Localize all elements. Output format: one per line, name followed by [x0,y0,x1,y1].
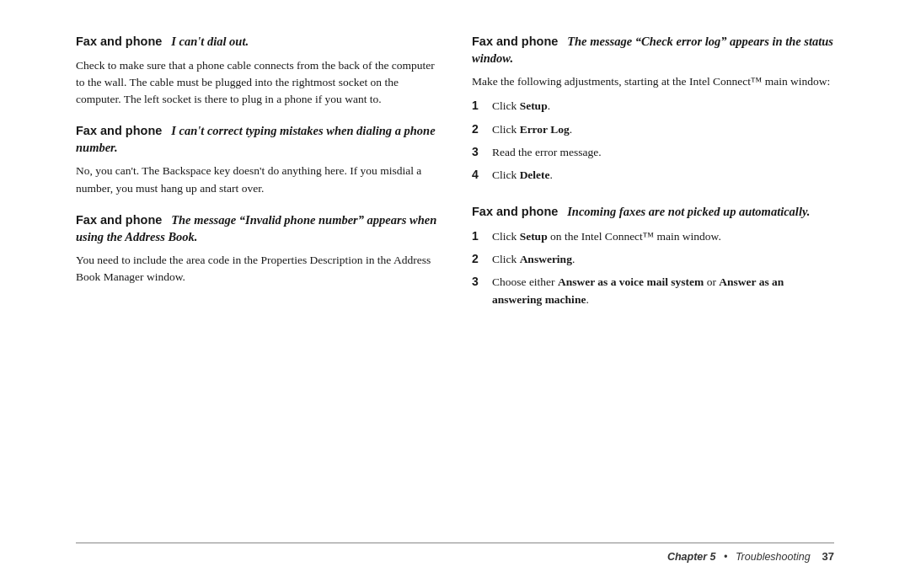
steps-incoming-faxes: 1 Click Setup on the Intel Connect™ main… [472,227,834,308]
section-dial-out-heading: Fax and phone I can't dial out. [76,34,438,51]
label-dial-out: Fax and phone [76,35,162,48]
section-invalid-phone-heading: Fax and phone The message “Invalid phone… [76,212,438,245]
footer-bullet: • [721,551,731,563]
section-invalid-phone: Fax and phone The message “Invalid phone… [76,212,438,286]
step-2-incoming: 2 Click Answering. [472,250,834,268]
section-dial-out: Fax and phone I can't dial out. Check to… [76,34,438,108]
page-container: Fax and phone I can't dial out. Check to… [0,0,910,588]
subtitle-dial-out: I can't dial out. [171,35,249,48]
step-3-incoming: 3 Choose either Answer as a voice mail s… [472,273,834,308]
steps-check-error: 1 Click Setup. 2 Click Error Log. 3 Read… [472,97,834,184]
page-number: 37 [822,550,834,563]
step-4-check-error: 4 Click Delete. [472,166,834,184]
chapter-label: Chapter 5 [667,551,716,563]
section-label: Troubleshooting [736,551,811,563]
label-check-error: Fax and phone [472,35,558,48]
footer-text: Chapter 5 • Troubleshooting 37 [667,550,834,563]
label-incoming-faxes: Fax and phone [472,205,558,218]
step-3-check-error: 3 Read the error message. [472,143,834,161]
section-correct-typing: Fax and phone I can't correct typing mis… [76,123,438,197]
left-column: Fax and phone I can't dial out. Check to… [76,34,438,539]
section-incoming-faxes-heading: Fax and phone Incoming faxes are not pic… [472,204,834,221]
section-check-error-heading: Fax and phone The message “Check error l… [472,34,834,67]
step-1-check-error: 1 Click Setup. [472,97,834,115]
section-incoming-faxes: Fax and phone Incoming faxes are not pic… [472,204,834,313]
section-correct-typing-heading: Fax and phone I can't correct typing mis… [76,123,438,156]
right-column: Fax and phone The message “Check error l… [472,34,834,539]
step-1-incoming: 1 Click Setup on the Intel Connect™ main… [472,227,834,245]
section-check-error: Fax and phone The message “Check error l… [472,34,834,189]
body-invalid-phone: You need to include the area code in the… [76,252,438,286]
body-correct-typing: No, you can't. The Backspace key doesn't… [76,163,438,197]
intro-check-error: Make the following adjustments, starting… [472,73,834,90]
footer: Chapter 5 • Troubleshooting 37 [76,543,834,563]
subtitle-incoming-faxes: Incoming faxes are not picked up automat… [567,205,810,218]
content-area: Fax and phone I can't dial out. Check to… [76,34,834,539]
step-2-check-error: 2 Click Error Log. [472,120,834,138]
label-correct-typing: Fax and phone [76,124,162,137]
label-invalid-phone: Fax and phone [76,213,162,227]
body-dial-out: Check to make sure that a phone cable co… [76,57,438,109]
